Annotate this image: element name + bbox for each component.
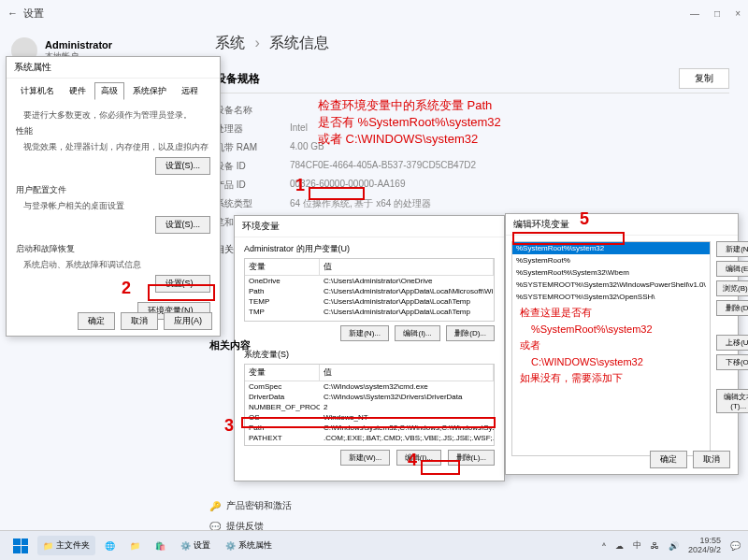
sys-vars-label: 系统变量(S) xyxy=(244,349,495,361)
envvar-row[interactable]: NUMBER_OF_PROCESSORS2 xyxy=(245,402,494,412)
envvar-row[interactable]: DriverDataC:\Windows\System32\Drivers\Dr… xyxy=(245,392,494,402)
startup-settings-button[interactable]: 设置(S)... xyxy=(155,275,211,293)
startup-desc: 系统启动、系统故障和调试信息 xyxy=(16,259,210,271)
user-new-button[interactable]: 新建(N)... xyxy=(340,325,389,341)
tray-cloud-icon[interactable]: ☁ xyxy=(615,541,624,551)
perf-settings-button[interactable]: 设置(S)... xyxy=(155,157,211,175)
sysprop-cancel[interactable]: 取消 xyxy=(121,312,158,330)
annotation-num-4: 4 xyxy=(408,451,417,470)
taskbar-folder[interactable]: 📁 xyxy=(124,538,146,554)
taskbar-date[interactable]: 2024/9/2 xyxy=(688,546,721,555)
spec-row: 设备 ID784CF0E-4664-405A-B537-379CD5CB47D2 xyxy=(215,157,729,176)
userprof-title: 用户配置文件 xyxy=(16,184,210,196)
key-icon: 🔑 xyxy=(209,501,221,511)
col-value: 值 xyxy=(320,259,494,275)
perf-title: 性能 xyxy=(16,125,210,137)
editvar-item[interactable]: %SYSTEMROOT%\System32\WindowsPowerShell\… xyxy=(512,279,710,291)
link-product-key[interactable]: 🔑产品密钥和激活 xyxy=(209,495,292,516)
related-header: 相关内容 xyxy=(209,338,251,352)
envvar-row[interactable]: TMPC:\Users\Administrator\AppData\Local\… xyxy=(245,307,494,317)
taskbar-edge[interactable]: 🌐 xyxy=(99,538,121,554)
envvar-row[interactable]: PathC:\Users\Administrator\AppData\Local… xyxy=(245,286,494,296)
editvar-del[interactable]: 删除(D) xyxy=(716,300,748,316)
sysprop-title: 系统属性 xyxy=(7,57,220,79)
tray-ime-icon[interactable]: 中 xyxy=(633,539,641,552)
user-vars-list[interactable]: 变量 值 OneDriveC:\Users\Administrator\OneD… xyxy=(244,258,495,322)
user-vars-label: Administrator 的用户变量(U) xyxy=(244,243,495,255)
taskbar-settings[interactable]: ⚙️ 设置 xyxy=(175,536,216,555)
col-name: 变量 xyxy=(245,259,320,275)
breadcrumb: 系统 › 系统信息 xyxy=(215,34,729,53)
maximize-button[interactable]: □ xyxy=(714,8,720,19)
editvar-new[interactable]: 新建(N) xyxy=(716,241,748,257)
perf-desc: 视觉效果，处理器计划，内存使用，以及虚拟内存 xyxy=(16,141,210,153)
annotation-num-1: 1 xyxy=(295,176,305,195)
editvar-item[interactable]: %SystemRoot%\System32\Wbem xyxy=(512,266,710,279)
taskbar-sysprop[interactable]: ⚙️ 系统属性 xyxy=(220,536,278,555)
taskbar-store[interactable]: 🛍️ xyxy=(150,538,171,554)
breadcrumb-about: 系统信息 xyxy=(269,35,329,50)
editvar-item[interactable]: %SystemRoot%\system32 xyxy=(512,242,710,254)
sysprop-tab[interactable]: 计算机名 xyxy=(14,82,61,100)
sysprop-ok[interactable]: 确定 xyxy=(78,312,115,330)
close-button[interactable]: × xyxy=(735,8,741,19)
taskbar-explorer[interactable]: 📁 主文件夹 xyxy=(37,536,95,555)
taskbar: 📁 主文件夹 🌐 📁 🛍️ ⚙️ 设置 ⚙️ 系统属性 ᴬ ☁ 中 🖧 🔊 19… xyxy=(0,530,748,560)
user-name: Administrator xyxy=(45,39,112,50)
editvar-item[interactable]: %SYSTEMROOT%\System32\OpenSSH\ xyxy=(512,291,710,303)
editvar-down[interactable]: 下移(O) xyxy=(716,354,748,370)
editvar-item[interactable]: %SystemRoot% xyxy=(512,254,710,266)
sysprop-tab[interactable]: 系统保护 xyxy=(126,82,173,100)
annotation-num-5: 5 xyxy=(580,209,589,229)
editvar-ok[interactable]: 确定 xyxy=(650,451,687,468)
sysprop-tab[interactable]: 高级 xyxy=(94,82,124,100)
tray-network-icon[interactable]: 🖧 xyxy=(651,541,659,551)
tray-up-icon[interactable]: ᴬ xyxy=(602,541,606,551)
breadcrumb-sep: › xyxy=(254,35,259,50)
envvar-dialog: 环境变量 Administrator 的用户变量(U) 变量 值 OneDriv… xyxy=(234,215,505,481)
user-del-button[interactable]: 删除(D)... xyxy=(446,325,495,341)
envvar-row[interactable]: PathC:\Windows\system32;C:\Windows;C:\Wi… xyxy=(245,423,494,433)
userprof-settings-button[interactable]: 设置(S)... xyxy=(155,216,211,234)
breadcrumb-system[interactable]: 系统 xyxy=(215,35,245,50)
spec-row: 系统类型64 位操作系统, 基于 x64 的处理器 xyxy=(215,194,729,213)
minimize-button[interactable]: — xyxy=(690,8,699,19)
envvar-title: 环境变量 xyxy=(235,216,504,237)
envvar-row[interactable]: OSWindows_NT xyxy=(245,412,494,423)
annotation-2-text: 检查这里是否有 %SystemRoot%\system32 或者 C:\WIND… xyxy=(520,305,653,387)
editvar-edit[interactable]: 编辑(E) xyxy=(716,261,748,277)
envvar-row[interactable]: OneDriveC:\Users\Administrator\OneDrive xyxy=(245,276,494,286)
back-icon[interactable]: ← xyxy=(7,7,18,19)
system-properties-dialog: 系统属性 计算机名硬件高级系统保护远程 要进行大多数更改，你必须作为管理员登录。… xyxy=(6,56,221,337)
sys-edit-button[interactable]: 编辑(I)... xyxy=(396,450,441,466)
startup-title: 启动和故障恢复 xyxy=(16,243,210,255)
envvar-row[interactable]: TEMPC:\Users\Administrator\AppData\Local… xyxy=(245,296,494,307)
sys-del-button[interactable]: 删除(L)... xyxy=(448,450,495,466)
sysprop-tab[interactable]: 硬件 xyxy=(63,82,93,100)
envvar-row[interactable]: ComSpecC:\Windows\system32\cmd.exe xyxy=(245,381,494,392)
editvar-edittext[interactable]: 编辑文本(T)... xyxy=(716,389,748,413)
editvar-cancel[interactable]: 取消 xyxy=(693,451,730,468)
sys-vars-list[interactable]: 变量 值 ComSpecC:\Windows\system32\cmd.exeD… xyxy=(244,364,495,446)
editvar-title: 编辑环境变量 xyxy=(506,214,738,236)
userprof-desc: 与登录帐户相关的桌面设置 xyxy=(16,200,210,212)
sys-new-button[interactable]: 新建(W)... xyxy=(340,450,391,466)
sysprop-apply[interactable]: 应用(A) xyxy=(164,312,212,330)
sysprop-tab[interactable]: 远程 xyxy=(175,82,205,100)
tray-notify-icon[interactable]: 💬 xyxy=(730,541,741,551)
editvar-browse[interactable]: 浏览(B)... xyxy=(716,280,748,296)
tray-volume-icon[interactable]: 🔊 xyxy=(669,541,679,551)
annotation-1-text: 检查环境变量中的系统变量 Path 是否有 %SystemRoot%\syste… xyxy=(318,97,501,149)
editvar-up[interactable]: 上移(U) xyxy=(716,335,748,351)
envvar-row[interactable]: PROCESSOR_ARCHITECT...AMD64 xyxy=(245,443,494,446)
annotation-num-2: 2 xyxy=(122,279,131,298)
envvar-row[interactable]: PATHEXT.COM;.EXE;.BAT;.CMD;.VBS;.VBE;.JS… xyxy=(245,433,494,443)
annotation-num-3: 3 xyxy=(224,416,234,436)
start-button[interactable] xyxy=(7,535,34,557)
device-specs-header: 设备规格 xyxy=(215,71,260,87)
copy-button[interactable]: 复制 xyxy=(679,68,729,89)
user-edit-button[interactable]: 编辑(I)... xyxy=(395,325,439,341)
window-title: 设置 xyxy=(23,7,44,21)
titlebar: ← 设置 — □ × xyxy=(0,0,748,26)
sysprop-note: 要进行大多数更改，你必须作为管理员登录。 xyxy=(16,109,210,122)
